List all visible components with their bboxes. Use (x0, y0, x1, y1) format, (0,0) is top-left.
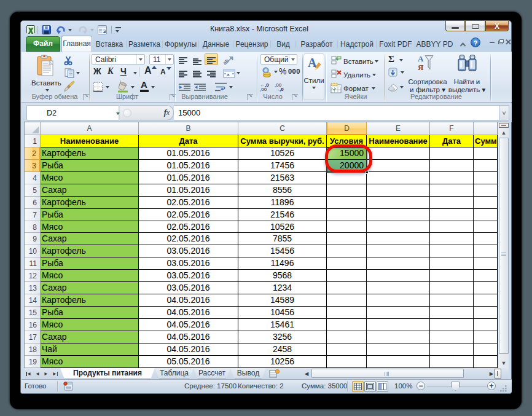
svg-text:Я: Я (418, 63, 424, 72)
svg-text:a: a (227, 72, 230, 77)
svg-text:А: А (418, 54, 424, 63)
